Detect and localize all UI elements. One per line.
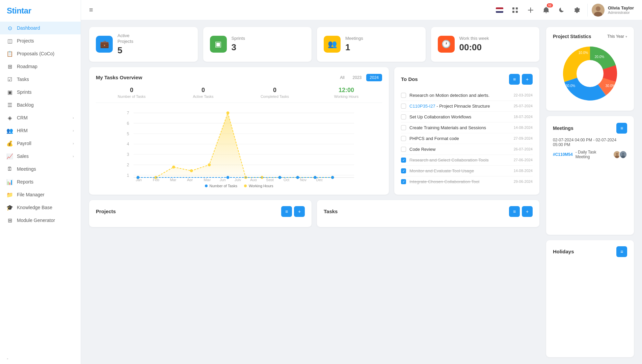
- svg-text:30.0%: 30.0%: [566, 84, 575, 88]
- meetings-icon: 👥: [324, 36, 341, 53]
- todo-checkbox[interactable]: [401, 93, 406, 98]
- todo-checkbox[interactable]: ✓: [401, 168, 406, 173]
- svg-text:May: May: [204, 178, 211, 181]
- year-label: This Year: [607, 34, 624, 39]
- svg-point-63: [622, 153, 624, 155]
- settings-icon[interactable]: [572, 5, 583, 16]
- user-name: Olivia Taylor: [608, 5, 634, 10]
- notifications-icon[interactable]: 52: [541, 5, 552, 16]
- svg-text:6: 6: [127, 121, 129, 126]
- svg-point-48: [136, 176, 139, 179]
- filter-tab-all[interactable]: All: [337, 74, 348, 81]
- holidays-list-button[interactable]: ≡: [616, 246, 627, 257]
- meeting-avatars: [613, 150, 627, 159]
- sidebar-item-file-manager[interactable]: 📁 File Manager: [0, 188, 81, 201]
- middle-row: My Tasks Overview All20232024 0 Number o…: [89, 67, 539, 195]
- legend-tasks-label: Number of Tasks: [210, 184, 237, 188]
- sidebar-item-label: Reports: [17, 179, 33, 185]
- chart-svg: 7 6 5 4 3 2 1: [96, 107, 382, 181]
- bottom-row: Projects ≡ + Tasks ≡ +: [89, 200, 539, 227]
- proposals-icon: 📋: [7, 51, 13, 57]
- sidebar-item-label: HRM: [17, 128, 28, 133]
- language-selector[interactable]: [494, 5, 505, 16]
- svg-point-39: [190, 169, 193, 172]
- sidebar-item-sprints[interactable]: ▣ Sprints: [0, 86, 81, 99]
- sidebar-item-payroll[interactable]: 💰 Payroll ›: [0, 137, 81, 150]
- menu-toggle[interactable]: ≡: [89, 6, 93, 14]
- stat-card-active-projects: 💼 ActiveProjects 5: [89, 27, 198, 62]
- svg-point-6: [596, 6, 600, 11]
- todo-item: ✓ Integrate Chosen Collaboration Tool 29…: [401, 176, 533, 187]
- theme-toggle[interactable]: [556, 5, 567, 16]
- sidebar-item-crm[interactable]: ◈ CRM ›: [0, 111, 81, 124]
- legend-tasks: Number of Tasks: [205, 184, 237, 188]
- todo-date: 14-08-2024: [514, 169, 533, 173]
- svg-text:Apr: Apr: [187, 178, 193, 181]
- todo-checkbox[interactable]: ✓: [401, 158, 406, 163]
- todo-item: Set Up Collaboration Workflows 18-07-202…: [401, 112, 533, 122]
- svg-point-60: [616, 153, 618, 155]
- todo-date: 27-09-2024: [514, 136, 533, 140]
- logo-text: Stintar: [7, 6, 31, 16]
- todo-item: ✓ Monitor and Evaluate Tool Usage 14-08-…: [401, 166, 533, 176]
- svg-text:3: 3: [127, 152, 129, 157]
- sidebar-item-reports[interactable]: 📊 Reports: [0, 175, 81, 188]
- sidebar-item-hrm[interactable]: 👥 HRM ›: [0, 124, 81, 137]
- tasks-list-button[interactable]: ≡: [509, 206, 520, 217]
- meetings-list-button[interactable]: ≡: [616, 123, 627, 134]
- todo-checkbox[interactable]: [401, 147, 406, 152]
- sidebar-item-sales[interactable]: 📈 Sales ›: [0, 150, 81, 163]
- sidebar-item-proposals[interactable]: 📋 Proposals (CoCo): [0, 47, 81, 60]
- sidebar-item-label: Knowledge Base: [17, 205, 52, 210]
- todo-checkbox[interactable]: [401, 125, 406, 130]
- apps-icon[interactable]: [510, 5, 520, 16]
- svg-point-51: [296, 176, 299, 179]
- sidebar-item-module-generator[interactable]: ⊞ Module Generator: [0, 214, 81, 227]
- todos-list-view-button[interactable]: ≡: [509, 74, 520, 85]
- filter-tab-2024[interactable]: 2024: [366, 74, 382, 81]
- todo-link[interactable]: C110P35-I27: [409, 104, 435, 109]
- tasks-overview-card: My Tasks Overview All20232024 0 Number o…: [89, 67, 389, 195]
- user-profile[interactable]: Olivia Taylor Administrator: [587, 4, 634, 17]
- sidebar-item-backlog[interactable]: ☰ Backlog: [0, 99, 81, 111]
- todo-checkbox[interactable]: [401, 104, 406, 109]
- sidebar-item-label: File Manager: [17, 192, 45, 197]
- meeting-avatar-2: [619, 150, 627, 159]
- meetings-card: Meetings ≡ 02-07-2024 04:00 PM - 02-07-2…: [546, 116, 634, 235]
- dashboard-icon: ⊙: [7, 25, 13, 31]
- svg-rect-0: [512, 7, 514, 9]
- todo-item: Research on Motion detection and alerts.…: [401, 90, 533, 101]
- todo-text: Research on Motion detection and alerts.: [409, 93, 510, 98]
- sidebar-item-knowledge-base[interactable]: 🎓 Knowledge Base: [0, 201, 81, 214]
- meetings-value: 1: [345, 42, 363, 53]
- filter-tab-2023[interactable]: 2023: [349, 74, 365, 81]
- main-column: 💼 ActiveProjects 5 ▣ Sprints 3 👥 Meeting…: [89, 27, 539, 357]
- meeting-link[interactable]: #C110M54: [553, 152, 573, 157]
- sidebar-item-tasks[interactable]: ☑ Tasks: [0, 73, 81, 86]
- chevron-right-icon: ›: [73, 154, 74, 158]
- payroll-icon: 💰: [7, 140, 13, 146]
- sidebar-item-dashboard[interactable]: ⊙ Dashboard: [0, 22, 81, 34]
- projects-list-button[interactable]: ≡: [281, 206, 292, 217]
- meetings-header: Meetings ≡: [553, 123, 627, 134]
- tasks-overview-header: My Tasks Overview All20232024: [96, 74, 382, 81]
- add-icon[interactable]: [525, 5, 536, 16]
- task-stats-row: 0 Number of Tasks 0 Active Tasks 0 Compl…: [96, 87, 382, 103]
- sidebar-dash: -: [0, 353, 81, 364]
- sidebar-item-roadmap[interactable]: ⊞ Roadmap: [0, 60, 81, 73]
- todo-checkbox[interactable]: ✓: [401, 179, 406, 184]
- todo-checkbox[interactable]: [401, 114, 406, 119]
- sidebar-item-projects[interactable]: ◫ Projects: [0, 34, 81, 47]
- meetings-label: Meetings: [345, 36, 363, 41]
- projects-bottom-card: Projects ≡ +: [89, 200, 312, 227]
- sidebar-item-meetings[interactable]: 🗓 Meetings: [0, 163, 81, 175]
- module-generator-icon: ⊞: [7, 217, 13, 223]
- todos-add-button[interactable]: +: [522, 74, 533, 85]
- year-selector[interactable]: This Year ▾: [607, 34, 627, 39]
- svg-text:Mar: Mar: [170, 178, 176, 181]
- projects-add-button[interactable]: +: [294, 206, 305, 217]
- active-projects-label: ActiveProjects: [117, 33, 133, 45]
- svg-text:7: 7: [127, 111, 129, 115]
- tasks-add-button[interactable]: +: [522, 206, 533, 217]
- todo-checkbox[interactable]: [401, 136, 406, 141]
